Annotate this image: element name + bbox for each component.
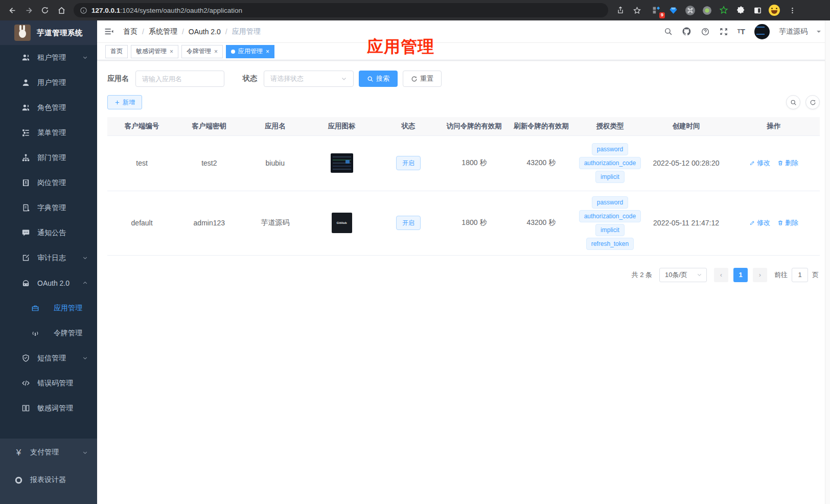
home-icon[interactable] [54, 3, 68, 17]
tab-sensitive-word[interactable]: 敏感词管理 × [131, 45, 178, 58]
delete-link[interactable]: 删除 [777, 218, 798, 227]
sidebar-item-oauth2-application[interactable]: 应用管理 [0, 295, 97, 320]
close-icon[interactable]: × [266, 48, 269, 55]
sidebar-item-menu[interactable]: 菜单管理 [0, 120, 97, 145]
chevron-down-icon [82, 55, 88, 60]
user-avatar[interactable] [754, 24, 770, 39]
sidebar-item-sms[interactable]: 短信管理 [0, 346, 97, 371]
record-extension-icon[interactable] [701, 4, 713, 16]
sidebar-item-label: 短信管理 [37, 354, 66, 363]
sidebar-item-user[interactable]: 用户管理 [0, 70, 97, 95]
sidebar-item-dict[interactable]: 字典管理 [0, 195, 97, 220]
reload-icon[interactable] [38, 3, 52, 17]
next-page-button[interactable]: › [753, 268, 767, 282]
breadcrumb-oauth[interactable]: OAuth 2.0 [189, 28, 221, 36]
logo[interactable]: 芋道管理系统 [0, 20, 97, 45]
sidebar-toggle-icon[interactable] [751, 4, 764, 16]
breadcrumb-separator: / [182, 28, 184, 36]
gem-extension-icon[interactable] [667, 4, 679, 16]
edit-link[interactable]: 修改 [749, 218, 770, 227]
back-icon[interactable] [5, 3, 19, 17]
sidebar-collapse-icon[interactable] [104, 27, 114, 36]
col-access-ttl: 访问令牌的有效期 [442, 117, 507, 135]
sidebar-item-report-designer[interactable]: 报表设计器 [0, 466, 97, 494]
sidebar-item-error-code[interactable]: 错误码管理 [0, 371, 97, 396]
app-title: 芋道管理系统 [37, 28, 83, 38]
edit-link[interactable]: 修改 [749, 158, 770, 168]
search-button[interactable]: 搜索 [359, 71, 398, 87]
tabs-grid-extension-icon[interactable]: 9 [650, 4, 662, 16]
search-button-label: 搜索 [376, 74, 389, 83]
cell-client-id: default [107, 191, 176, 255]
green-star-extension-icon[interactable] [718, 4, 730, 16]
bookmark-star-icon[interactable] [630, 3, 644, 17]
app-name-input[interactable] [135, 71, 224, 87]
sidebar-item-notice[interactable]: 通知公告 [0, 220, 97, 245]
page-buttons: ‹ 1 › [714, 268, 767, 282]
header-search-icon[interactable] [664, 27, 673, 36]
sidebar-item-sensitive-word[interactable]: 敏感词管理 [0, 396, 97, 421]
rabbit-logo-image [14, 25, 31, 41]
chevron-down-icon [82, 355, 88, 361]
sidebar-item-role[interactable]: 角色管理 [0, 95, 97, 120]
sidebar-item-post[interactable]: 岗位管理 [0, 170, 97, 195]
help-icon[interactable] [701, 27, 710, 36]
close-icon[interactable]: × [170, 48, 173, 55]
site-info-icon[interactable] [80, 7, 87, 14]
share-icon[interactable] [613, 3, 628, 17]
sidebar-item-tenant[interactable]: 租户管理 [0, 45, 97, 70]
page-size-select[interactable]: 10条/页 [659, 268, 707, 282]
reset-button[interactable]: 重置 [403, 71, 442, 87]
sidebar-item-label: 应用管理 [54, 304, 82, 313]
font-size-icon[interactable]: TT [737, 27, 745, 36]
cell-created: 2022-05-11 21:47:12 [644, 191, 728, 255]
tab-home[interactable]: 首页 [105, 45, 128, 58]
app-icon-thumbnail [331, 153, 353, 173]
github-icon[interactable] [682, 27, 691, 36]
breadcrumb-home[interactable]: 首页 [123, 27, 137, 36]
tab-token[interactable]: 令牌管理 × [181, 45, 223, 58]
grant-type-tag: implicit [595, 171, 625, 183]
url-host: 127.0.0.1 [91, 7, 120, 14]
briefcase-icon [31, 304, 39, 312]
table-row: default admin123 芋道源码 GitHub 开启 1800 秒 4… [107, 191, 820, 255]
navbar: 首页 / 系统管理 / OAuth 2.0 / 应用管理 TT 芋道源码 [97, 20, 830, 43]
col-app-icon: 应用图标 [308, 117, 375, 135]
prev-page-button[interactable]: ‹ [714, 268, 728, 282]
sidebar-item-pay[interactable]: ¥ 支付管理 [0, 439, 97, 466]
status-select[interactable]: 请选择状态 [264, 71, 354, 87]
puzzle-extensions-icon[interactable] [734, 4, 747, 16]
cell-app-name: biubiu [242, 135, 308, 191]
toggle-search-icon[interactable] [786, 95, 800, 109]
grant-type-tag: password [592, 196, 628, 209]
user-menu-caret-icon[interactable] [817, 31, 821, 35]
chevron-up-icon [82, 280, 88, 286]
refresh-table-icon[interactable] [805, 95, 820, 109]
sidebar-item-oauth2[interactable]: OAuth 2.0 [0, 270, 97, 295]
url-bar[interactable]: 127.0.0.1:1024/system/oauth2/oauth2/appl… [74, 3, 608, 17]
cell-client-id: test [107, 135, 176, 191]
col-client-secret: 客户端密钥 [176, 117, 242, 135]
tab-application[interactable]: 应用管理 × [226, 45, 274, 58]
page-1-button[interactable]: 1 [733, 268, 748, 282]
goto-page-input[interactable] [792, 268, 808, 282]
page-scrollbar[interactable] [825, 20, 830, 504]
sidebar-item-label: 审计日志 [37, 254, 66, 263]
command-extension-icon[interactable] [684, 4, 696, 16]
app-icon-thumbnail: GitHub [332, 213, 352, 233]
breadcrumb-system[interactable]: 系统管理 [149, 27, 177, 36]
sidebar-item-label: 租户管理 [37, 53, 66, 62]
announcement-icon [21, 228, 30, 237]
close-icon[interactable]: × [214, 48, 218, 55]
profile-avatar-emoji[interactable] [768, 4, 780, 16]
col-refresh-ttl: 刷新令牌的有效期 [507, 117, 575, 135]
sidebar-item-dept[interactable]: 部门管理 [0, 145, 97, 170]
fullscreen-icon[interactable] [719, 27, 728, 36]
sidebar-item-audit-log[interactable]: 审计日志 [0, 245, 97, 270]
add-button[interactable]: 新增 [107, 95, 142, 109]
sidebar-item-oauth2-token[interactable]: 令牌管理 [0, 320, 97, 346]
forward-icon[interactable] [21, 3, 36, 17]
chrome-menu-icon[interactable] [785, 3, 799, 17]
chevron-down-icon [82, 255, 88, 261]
delete-link[interactable]: 删除 [777, 158, 798, 168]
